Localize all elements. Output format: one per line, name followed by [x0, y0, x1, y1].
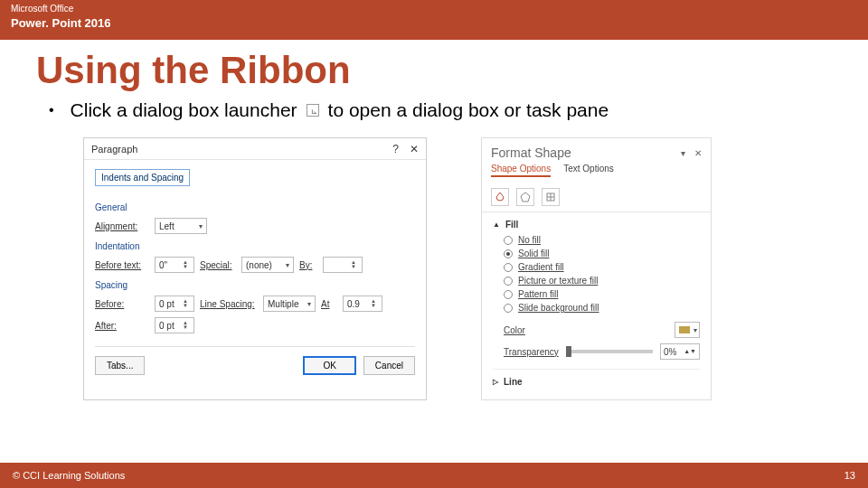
cancel-button[interactable]: Cancel [363, 356, 415, 375]
color-picker[interactable]: ▾ [675, 322, 700, 338]
label-line-spacing: Line Spacing: [200, 299, 258, 309]
bullet-text-1: Click a dialog box launcher [71, 99, 297, 121]
bullet-line: • Click a dialog box launcher to open a … [49, 99, 832, 121]
brand: Microsoft Office [11, 4, 857, 14]
label-after: After: [95, 321, 149, 331]
tabs-button[interactable]: Tabs... [95, 356, 145, 375]
chevron-down-icon: ▾ [286, 261, 289, 269]
radio-slide-bg-fill[interactable]: Slide background fill [504, 303, 700, 313]
label-at: At [321, 299, 337, 309]
special-combo[interactable]: (none)▾ [241, 257, 294, 273]
effects-icon[interactable] [516, 188, 534, 206]
group-spacing: Spacing [95, 280, 415, 290]
ok-button[interactable]: OK [303, 356, 355, 375]
footer-bar: © CCI Learning Solutions 13 [0, 463, 868, 488]
bullet-dot: • [49, 102, 54, 118]
dialog-titlebar: Paragraph ? ✕ [84, 138, 426, 160]
expand-icon: ▷ [493, 378, 498, 386]
chevron-down-icon[interactable]: ▾ [681, 148, 685, 158]
tab-shape-options[interactable]: Shape Options [491, 164, 551, 177]
at-spinner[interactable]: 0.9▲▼ [343, 296, 382, 312]
header-bar: Microsoft Office Power. Point 2016 [0, 0, 868, 40]
chevron-down-icon: ▾ [199, 222, 203, 230]
paragraph-dialog: Paragraph ? ✕ Indents and Spacing Genera… [83, 137, 427, 400]
label-transparency: Transparency [504, 347, 559, 357]
label-before-text: Before text: [95, 260, 149, 270]
radio-pattern-fill[interactable]: Pattern fill [504, 289, 700, 299]
tab-indents-spacing[interactable]: Indents and Spacing [95, 169, 190, 186]
fill-line-icon[interactable] [491, 188, 509, 206]
product: Power. Point 2016 [11, 16, 111, 30]
radio-no-fill[interactable]: No fill [504, 235, 700, 245]
label-alignment: Alignment: [95, 221, 149, 231]
format-shape-pane: Format Shape ▾ ✕ Shape Options Text Opti… [481, 137, 712, 400]
footer-copyright: © CCI Learning Solutions [13, 470, 125, 481]
page-title: Using the Ribbon [36, 49, 832, 92]
dialog-title: Paragraph [91, 144, 137, 155]
label-before: Before: [95, 299, 149, 309]
tab-text-options[interactable]: Text Options [563, 164, 614, 177]
line-spacing-combo[interactable]: Multiple▾ [263, 296, 316, 312]
after-spinner[interactable]: 0 pt▲▼ [155, 317, 194, 333]
footer-page: 13 [844, 470, 855, 481]
transparency-slider[interactable] [566, 350, 653, 353]
chevron-down-icon: ▾ [307, 300, 311, 308]
before-spinner[interactable]: 0 pt▲▼ [155, 296, 194, 312]
slide-content: Using the Ribbon • Click a dialog box la… [0, 40, 868, 400]
dialog-launcher-icon [307, 104, 319, 117]
bullet-text-2: to open a dialog box or task pane [328, 99, 609, 121]
radio-gradient-fill[interactable]: Gradient fill [504, 262, 700, 272]
label-special: Special: [200, 260, 236, 270]
transparency-value[interactable]: 0%▲▼ [660, 343, 700, 360]
pane-title: Format Shape [491, 145, 571, 160]
group-general: General [95, 202, 415, 212]
size-properties-icon[interactable] [542, 188, 560, 206]
before-text-spinner[interactable]: 0"▲▼ [155, 257, 194, 273]
radio-picture-fill[interactable]: Picture or texture fill [504, 276, 700, 286]
line-section-header[interactable]: ▷ Line [493, 369, 700, 387]
group-indentation: Indentation [95, 241, 415, 251]
by-spinner[interactable]: ▲▼ [323, 257, 363, 273]
label-color: Color [504, 325, 525, 335]
fill-section-header[interactable]: ▲ Fill [493, 220, 700, 230]
close-icon[interactable]: ✕ [410, 143, 419, 155]
close-icon[interactable]: ✕ [694, 148, 702, 158]
collapse-icon: ▲ [493, 221, 500, 229]
alignment-combo[interactable]: Left▾ [155, 218, 207, 234]
label-by: By: [299, 260, 317, 270]
svg-marker-0 [521, 192, 530, 202]
help-icon[interactable]: ? [392, 143, 399, 155]
radio-solid-fill[interactable]: Solid fill [504, 249, 700, 258]
